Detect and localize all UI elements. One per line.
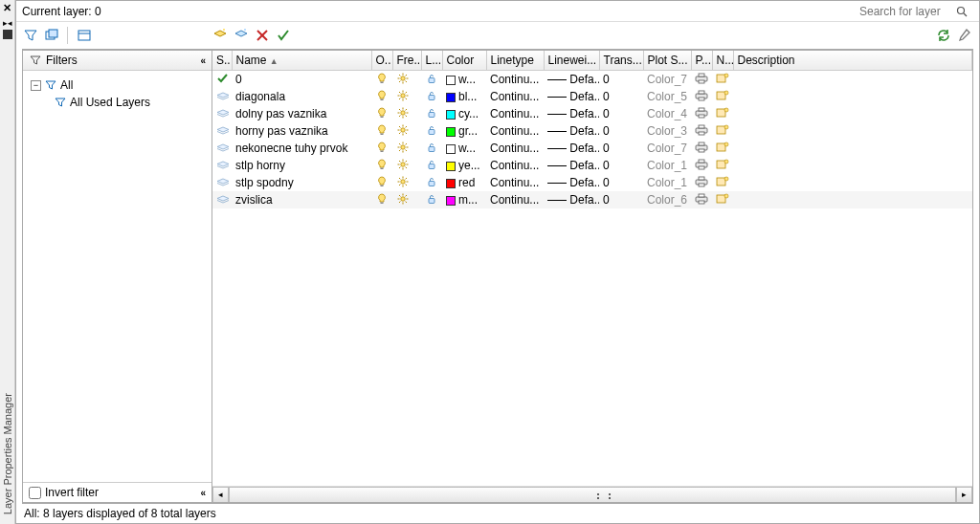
transparency-cell[interactable]: 0 bbox=[599, 71, 643, 89]
col-plot[interactable]: P... bbox=[691, 51, 712, 71]
table-row[interactable]: 0w...Continu... Defa...0Color_7 bbox=[212, 71, 972, 89]
color-cell[interactable]: ye... bbox=[442, 157, 486, 174]
name-cell[interactable]: dolny pas vaznika bbox=[232, 105, 371, 122]
lineweight-cell[interactable]: Defa... bbox=[544, 174, 599, 191]
description-cell[interactable] bbox=[733, 122, 972, 140]
resize-arrows-icon[interactable]: ▸◂ bbox=[3, 18, 12, 28]
lock-cell[interactable] bbox=[421, 88, 442, 105]
search-input[interactable] bbox=[859, 5, 955, 18]
transparency-cell[interactable]: 0 bbox=[599, 140, 643, 157]
plot-cell[interactable] bbox=[691, 140, 712, 157]
col-lineweight[interactable]: Linewei... bbox=[544, 51, 599, 71]
lock-cell[interactable] bbox=[421, 191, 442, 208]
settings-icon[interactable] bbox=[956, 27, 973, 44]
new-layer-icon[interactable] bbox=[212, 27, 229, 44]
col-linetype[interactable]: Linetype bbox=[486, 51, 544, 71]
name-cell[interactable]: 0 bbox=[232, 71, 371, 89]
linetype-cell[interactable]: Continu... bbox=[486, 157, 544, 174]
freeze-cell[interactable] bbox=[392, 174, 421, 191]
col-trans[interactable]: Trans... bbox=[599, 51, 643, 71]
on-cell[interactable] bbox=[371, 71, 392, 89]
new-group-filter-icon[interactable] bbox=[43, 27, 60, 44]
description-cell[interactable] bbox=[733, 191, 972, 208]
tree-toggle-icon[interactable]: − bbox=[31, 80, 41, 91]
description-cell[interactable] bbox=[733, 105, 972, 122]
color-cell[interactable]: m... bbox=[442, 191, 486, 208]
col-new[interactable]: N... bbox=[712, 51, 733, 71]
color-cell[interactable]: bl... bbox=[442, 88, 486, 105]
plotstyle-cell[interactable]: Color_1 bbox=[643, 174, 691, 191]
lock-cell[interactable] bbox=[421, 157, 442, 174]
freeze-cell[interactable] bbox=[392, 157, 421, 174]
freeze-cell[interactable] bbox=[392, 191, 421, 208]
new-vp-freeze-cell[interactable] bbox=[712, 71, 733, 89]
tree-node-all[interactable]: − All bbox=[27, 76, 208, 94]
lineweight-cell[interactable]: Defa... bbox=[544, 88, 599, 105]
description-cell[interactable] bbox=[733, 140, 972, 157]
on-cell[interactable] bbox=[371, 140, 392, 157]
description-cell[interactable] bbox=[733, 174, 972, 191]
plot-cell[interactable] bbox=[691, 105, 712, 122]
linetype-cell[interactable]: Continu... bbox=[486, 191, 544, 208]
lock-cell[interactable] bbox=[421, 71, 442, 89]
scroll-thumb[interactable]: ⋮⋮ bbox=[229, 487, 956, 503]
layer-states-icon[interactable] bbox=[76, 27, 93, 44]
transparency-cell[interactable]: 0 bbox=[599, 191, 643, 208]
linetype-cell[interactable]: Continu... bbox=[486, 88, 544, 105]
transparency-cell[interactable]: 0 bbox=[599, 174, 643, 191]
transparency-cell[interactable]: 0 bbox=[599, 88, 643, 105]
refresh-icon[interactable] bbox=[935, 27, 952, 44]
linetype-cell[interactable]: Continu... bbox=[486, 174, 544, 191]
col-on[interactable]: O.. bbox=[371, 51, 392, 71]
autohide-toggle-icon[interactable] bbox=[3, 30, 12, 39]
plotstyle-cell[interactable]: Color_7 bbox=[643, 71, 691, 89]
new-vp-freeze-cell[interactable] bbox=[712, 191, 733, 208]
freeze-cell[interactable] bbox=[392, 140, 421, 157]
linetype-cell[interactable]: Continu... bbox=[486, 105, 544, 122]
table-row[interactable]: stlp hornyye...Continu... Defa...0Color_… bbox=[212, 157, 972, 174]
lineweight-cell[interactable]: Defa... bbox=[544, 191, 599, 208]
on-cell[interactable] bbox=[371, 157, 392, 174]
plotstyle-cell[interactable]: Color_3 bbox=[643, 122, 691, 140]
lineweight-cell[interactable]: Defa... bbox=[544, 71, 599, 89]
color-cell[interactable]: gr... bbox=[442, 122, 486, 140]
scroll-left-icon[interactable]: ◂ bbox=[212, 487, 229, 503]
name-cell[interactable]: horny pas vaznika bbox=[232, 122, 371, 140]
name-cell[interactable]: diagonala bbox=[232, 88, 371, 105]
linetype-cell[interactable]: Continu... bbox=[486, 71, 544, 89]
set-current-icon[interactable] bbox=[275, 27, 292, 44]
transparency-cell[interactable]: 0 bbox=[599, 105, 643, 122]
on-cell[interactable] bbox=[371, 191, 392, 208]
table-row[interactable]: dolny pas vaznikacy...Continu... Defa...… bbox=[212, 105, 972, 122]
lineweight-cell[interactable]: Defa... bbox=[544, 140, 599, 157]
table-row[interactable]: nekonecne tuhy prvokw...Continu... Defa.… bbox=[212, 140, 972, 157]
horizontal-scrollbar[interactable]: ◂ ⋮⋮ ▸ bbox=[212, 486, 972, 502]
transparency-cell[interactable]: 0 bbox=[599, 157, 643, 174]
table-row[interactable]: zvislicam...Continu... Defa...0Color_6 bbox=[212, 191, 972, 208]
lineweight-cell[interactable]: Defa... bbox=[544, 157, 599, 174]
name-cell[interactable]: nekonecne tuhy prvok bbox=[232, 140, 371, 157]
plot-cell[interactable] bbox=[691, 174, 712, 191]
on-cell[interactable] bbox=[371, 88, 392, 105]
col-color[interactable]: Color bbox=[442, 51, 486, 71]
lock-cell[interactable] bbox=[421, 140, 442, 157]
scroll-right-icon[interactable]: ▸ bbox=[956, 487, 972, 503]
lineweight-cell[interactable]: Defa... bbox=[544, 105, 599, 122]
description-cell[interactable] bbox=[733, 157, 972, 174]
col-lock[interactable]: L... bbox=[421, 51, 442, 71]
lock-cell[interactable] bbox=[421, 105, 442, 122]
col-status[interactable]: S.. bbox=[212, 51, 232, 71]
linetype-cell[interactable]: Continu... bbox=[486, 122, 544, 140]
new-vp-freeze-cell[interactable] bbox=[712, 122, 733, 140]
plot-cell[interactable] bbox=[691, 122, 712, 140]
close-icon[interactable]: ✕ bbox=[3, 2, 11, 14]
col-name[interactable]: Name ▲ bbox=[232, 51, 371, 71]
invert-filter-checkbox[interactable] bbox=[29, 487, 41, 499]
new-vp-freeze-cell[interactable] bbox=[712, 105, 733, 122]
plotstyle-cell[interactable]: Color_7 bbox=[643, 140, 691, 157]
new-vp-freeze-cell[interactable] bbox=[712, 174, 733, 191]
lock-cell[interactable] bbox=[421, 174, 442, 191]
name-cell[interactable]: zvislica bbox=[232, 191, 371, 208]
name-cell[interactable]: stlp spodny bbox=[232, 174, 371, 191]
delete-layer-icon[interactable] bbox=[254, 27, 271, 44]
